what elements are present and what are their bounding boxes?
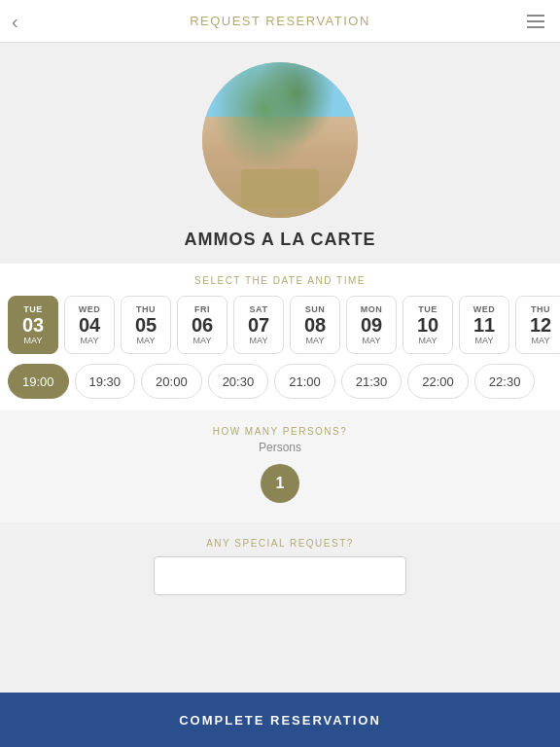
date-month: MAY [306,336,325,345]
spacer [0,611,560,669]
date-month: MAY [137,336,156,345]
menu-icon-line3 [527,26,544,28]
date-month: MAY [532,336,550,345]
date-month: MAY [24,336,43,345]
date-day-num: 06 [192,314,213,336]
date-month: MAY [475,336,494,345]
date-day-name: TUE [418,304,438,314]
time-scroll[interactable]: 19:0019:3020:0020:3021:0021:3022:0022:30 [0,364,560,410]
date-day-name: SAT [250,304,268,314]
persons-sublabel: Persons [259,441,301,454]
time-item[interactable]: 19:00 [8,364,69,399]
date-day-num: 05 [135,314,157,336]
date-item[interactable]: THU 05 MAY [121,296,171,354]
special-request-section: ANY SPECIAL REQUEST? [0,522,560,611]
date-month: MAY [193,336,212,345]
time-item[interactable]: 19:30 [75,364,136,399]
menu-button[interactable] [523,11,548,32]
date-section-label: SELECT THE DATE AND TIME [0,275,560,286]
persons-value[interactable]: 1 [261,464,299,503]
complete-reservation-button[interactable]: COMPLETE RESERVATION [0,693,560,747]
date-day-name: FRI [194,304,210,314]
back-button[interactable]: ‹ [12,12,18,31]
date-month: MAY [419,336,438,345]
menu-icon-line1 [527,15,544,17]
time-item[interactable]: 21:00 [274,364,335,399]
date-month: MAY [363,336,381,345]
date-item[interactable]: WED 11 MAY [459,296,509,354]
time-item[interactable]: 22:30 [474,364,536,399]
date-item[interactable]: WED 04 MAY [64,296,115,354]
date-items-list: TUE 03 MAY WED 04 MAY THU 05 MAY FRI 06 … [8,296,560,354]
date-item[interactable]: FRI 06 MAY [177,296,228,354]
date-item[interactable]: TUE 03 MAY [8,296,58,354]
time-items-list: 19:0019:3020:0020:3021:0021:3022:0022:30 [8,364,535,399]
date-item[interactable]: SAT 07 MAY [233,296,284,354]
restaurant-image [202,62,358,218]
date-day-name: SUN [305,304,326,314]
date-day-name: TUE [23,304,43,314]
date-day-name: THU [531,304,550,314]
persons-label: HOW MANY PERSONS? [213,426,348,437]
restaurant-section: AMMOS A LA CARTE [0,43,560,264]
date-day-num: 11 [473,314,495,336]
date-day-num: 04 [79,314,100,336]
time-item[interactable]: 20:00 [141,364,202,399]
date-day-num: 08 [304,314,326,336]
date-day-num: 12 [530,314,551,336]
date-day-name: WED [79,304,101,314]
restaurant-name: AMMOS A LA CARTE [185,230,376,250]
date-item[interactable]: THU 12 MAY [515,296,560,354]
page-title: REQUEST RESERVATION [190,14,370,28]
date-time-section: SELECT THE DATE AND TIME TUE 03 MAY WED … [0,264,560,410]
date-day-name: WED [473,304,496,314]
time-item[interactable]: 22:00 [407,364,469,399]
date-day-num: 09 [361,314,382,336]
date-day-num: 07 [248,314,269,336]
date-item[interactable]: TUE 10 MAY [402,296,453,354]
date-month: MAY [250,336,268,345]
date-day-name: THU [136,304,156,314]
date-day-num: 03 [22,314,44,336]
menu-icon-line2 [527,20,544,22]
special-request-label: ANY SPECIAL REQUEST? [206,538,354,549]
date-scroll[interactable]: TUE 03 MAY WED 04 MAY THU 05 MAY FRI 06 … [0,296,560,364]
special-request-input[interactable] [154,556,406,595]
date-month: MAY [81,336,99,345]
persons-section: HOW MANY PERSONS? Persons 1 [0,410,560,522]
date-day-num: 10 [417,314,438,336]
date-day-name: MON [361,304,383,314]
header: ‹ REQUEST RESERVATION [0,0,560,43]
time-item[interactable]: 21:30 [341,364,402,399]
date-item[interactable]: MON 09 MAY [346,296,397,354]
time-item[interactable]: 20:30 [208,364,269,399]
date-item[interactable]: SUN 08 MAY [290,296,340,354]
